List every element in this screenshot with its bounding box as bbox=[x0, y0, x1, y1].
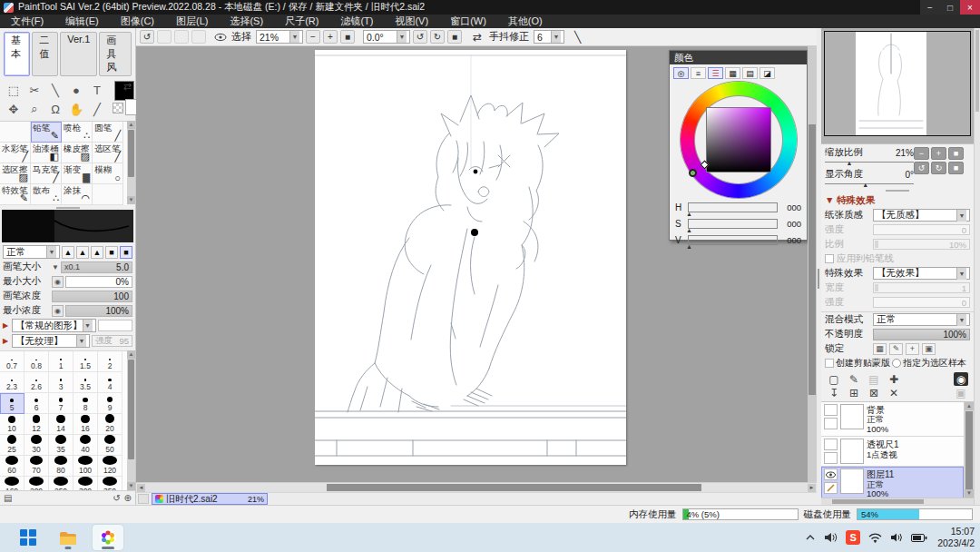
right-edge-scrollbar[interactable] bbox=[974, 28, 980, 505]
sv-square[interactable] bbox=[706, 107, 771, 172]
size-cell[interactable]: 120 bbox=[98, 456, 122, 477]
layer-list-scrollbar[interactable]: ▲ ▼ bbox=[965, 402, 974, 498]
size-cell[interactable]: 2 bbox=[98, 351, 122, 372]
nav-rotate-cw-button[interactable]: ↻ bbox=[931, 162, 946, 174]
zoom-in-button[interactable]: + bbox=[323, 30, 338, 44]
layer-visibility-toggle[interactable] bbox=[824, 404, 838, 416]
effects-section-header[interactable]: ▼ 特殊效果 bbox=[821, 192, 974, 208]
brush-cell[interactable]: 渐变 ▓ bbox=[62, 163, 93, 184]
menu-item[interactable]: 图像(C) bbox=[121, 15, 154, 28]
apply-to-linework-checkbox[interactable] bbox=[825, 254, 834, 263]
hsv-slider-bar[interactable]: ▲ bbox=[688, 235, 778, 245]
file-explorer-button[interactable] bbox=[53, 525, 83, 550]
brush-cell[interactable]: 特效笔 ✎ bbox=[0, 184, 31, 205]
lock-transparency-icon[interactable]: ▦ bbox=[873, 343, 887, 355]
menu-item[interactable]: 其他(O) bbox=[508, 15, 543, 28]
ime-speaker-icon[interactable] bbox=[824, 532, 838, 543]
canvas-viewport[interactable]: 颜色 ◎ ≡ ☰ ▦ ▤ ◪ bbox=[136, 46, 817, 482]
nav-rotate-ccw-button[interactable]: ↺ bbox=[914, 162, 929, 174]
size-cell[interactable]: 40 bbox=[74, 435, 98, 456]
tip-shape-button[interactable]: ■ bbox=[105, 246, 118, 259]
brush-cell[interactable]: 马克笔 ╱ bbox=[31, 163, 62, 184]
size-cell[interactable]: 10 bbox=[0, 414, 24, 435]
eyedropper-tool-icon[interactable]: ╱ bbox=[87, 100, 107, 118]
size-cell[interactable]: 250 bbox=[49, 477, 74, 490]
reset-icon[interactable]: ↺ bbox=[113, 493, 120, 503]
size-cell[interactable]: 2.3 bbox=[0, 372, 24, 393]
size-cell[interactable]: 200 bbox=[24, 477, 49, 490]
color-bar-mode-icon[interactable]: ≡ bbox=[691, 67, 706, 79]
magic-wand-tool-icon[interactable]: ╲ bbox=[45, 81, 65, 99]
undo-button[interactable]: ↺ bbox=[140, 30, 154, 44]
size-cell[interactable]: 20 bbox=[98, 414, 122, 435]
size-cell[interactable]: 350 bbox=[98, 477, 122, 490]
menu-item[interactable]: 窗口(W) bbox=[450, 15, 486, 28]
layer-row[interactable]: 透视尺1 1点透视 bbox=[821, 437, 964, 467]
lock-move-icon[interactable]: + bbox=[906, 343, 919, 355]
hand-tool-icon[interactable]: ✋ bbox=[66, 100, 86, 118]
pressure-toggle-icon[interactable]: ◉ bbox=[52, 276, 64, 288]
zoom-out-button[interactable]: − bbox=[306, 30, 320, 44]
volume-icon[interactable] bbox=[890, 532, 903, 543]
history-button[interactable] bbox=[191, 30, 206, 44]
line-tool-icon[interactable]: ╲ bbox=[574, 31, 581, 44]
layer-pen-toggle[interactable] bbox=[824, 418, 838, 429]
size-cell[interactable]: 300 bbox=[74, 477, 98, 490]
maximize-button[interactable]: □ bbox=[940, 0, 960, 15]
notes-icon[interactable]: ▤ bbox=[4, 493, 12, 503]
tip-shape-button[interactable]: ▲ bbox=[91, 246, 103, 259]
brush-cell[interactable]: 水彩笔 ╱ bbox=[0, 143, 31, 163]
swatch-grid-mode-icon[interactable]: ▦ bbox=[725, 67, 740, 79]
sai-app-button[interactable] bbox=[93, 525, 123, 550]
size-cell[interactable]: 25 bbox=[0, 435, 24, 456]
hue-marker[interactable] bbox=[689, 169, 697, 177]
text-tool-icon[interactable]: T bbox=[87, 81, 107, 99]
tool-tab[interactable]: Ver.1 bbox=[60, 32, 97, 76]
size-cell[interactable]: 70 bbox=[24, 456, 49, 477]
lasso-tool-icon[interactable]: ✂ bbox=[24, 81, 44, 99]
size-cell[interactable]: 3 bbox=[49, 372, 74, 393]
shape-tool-icon[interactable]: ● bbox=[66, 81, 86, 99]
size-cell[interactable]: 8 bbox=[74, 393, 98, 414]
special-effect-select[interactable]: 【无效果】 ▼ bbox=[873, 267, 970, 280]
size-cell[interactable]: 14 bbox=[49, 414, 74, 435]
selection-visible-eye-icon[interactable] bbox=[214, 33, 227, 42]
brush-cell[interactable] bbox=[93, 184, 123, 205]
rotate-tool-icon[interactable]: Ω bbox=[45, 100, 65, 118]
battery-icon[interactable] bbox=[911, 533, 927, 543]
lock-pen-icon[interactable]: ✎ bbox=[889, 343, 903, 355]
clear-layer-icon[interactable]: ⊠ bbox=[867, 386, 881, 399]
tool-tab[interactable]: 基本 bbox=[4, 32, 30, 76]
lock-all-icon[interactable]: ▣ bbox=[922, 343, 936, 355]
link-layer-icon[interactable]: ▣ bbox=[954, 386, 968, 399]
size-cell[interactable]: 3.5 bbox=[74, 372, 98, 393]
color-mixer-mode-icon[interactable]: ◪ bbox=[760, 67, 775, 79]
flip-horizontal-icon[interactable]: ⇄ bbox=[470, 30, 485, 44]
swatch-list-mode-icon[interactable]: ▤ bbox=[742, 67, 758, 79]
size-cell[interactable]: 0.7 bbox=[0, 351, 24, 372]
menu-item[interactable]: 图层(L) bbox=[176, 15, 208, 28]
expand-icon[interactable]: ▶ bbox=[3, 321, 10, 330]
start-button[interactable] bbox=[13, 525, 44, 550]
shape-preset-select[interactable]: 【常规的图形】 ▼ bbox=[12, 319, 96, 332]
size-cell[interactable]: 30 bbox=[24, 435, 49, 456]
size-cell[interactable]: 4 bbox=[98, 372, 122, 393]
hsv-slider-bar[interactable]: ▲ bbox=[688, 219, 778, 229]
brush-cell[interactable]: 喷枪 ∴ bbox=[62, 122, 93, 143]
rotate-cw-button[interactable]: ↻ bbox=[430, 30, 445, 44]
layer-visibility-toggle[interactable] bbox=[824, 439, 838, 450]
selection-sample-radio[interactable] bbox=[892, 359, 901, 368]
brush-cell[interactable]: 选区擦 ▨ bbox=[0, 163, 31, 184]
min-density-slider[interactable]: 100% bbox=[65, 305, 132, 317]
brush-cell[interactable]: 模糊 ○ bbox=[93, 163, 123, 184]
navigator[interactable] bbox=[821, 28, 974, 144]
tip-shape-button[interactable]: ▲ bbox=[62, 246, 74, 259]
size-cell[interactable]: 6 bbox=[24, 393, 49, 414]
zoom-ratio-slider[interactable]: ▲ bbox=[825, 160, 914, 166]
layer-pen-toggle[interactable] bbox=[824, 452, 838, 464]
brush-cell[interactable]: 散布 ∴ bbox=[31, 184, 62, 205]
size-cell[interactable]: 35 bbox=[49, 435, 74, 456]
size-cell[interactable]: 60 bbox=[0, 456, 24, 477]
tool-tab[interactable]: 画具风 bbox=[99, 32, 132, 76]
size-cell[interactable]: 160 bbox=[0, 477, 24, 490]
